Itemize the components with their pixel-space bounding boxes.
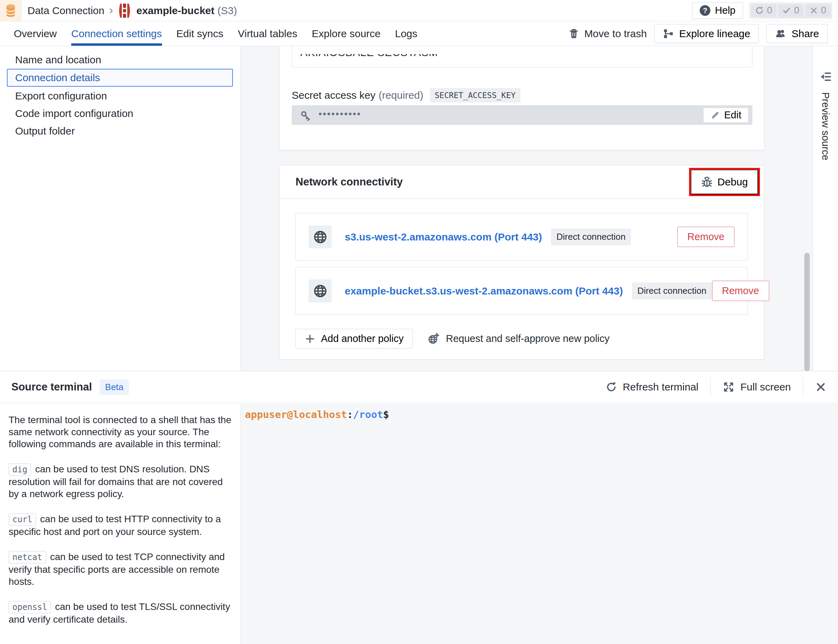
source-terminal-header: Source terminal Beta Refresh terminal Fu… — [0, 371, 838, 403]
running-jobs-chip[interactable]: 0 — [751, 4, 776, 17]
tab-bar-actions: Move to trash Explore lineage Sh — [569, 24, 828, 43]
succeeded-jobs-count: 0 — [794, 5, 799, 16]
network-connectivity-title: Network connectivity — [296, 176, 403, 188]
terminal-help-command-netcat: netcat can be used to test TCP connectiv… — [8, 551, 234, 588]
page-body: Name and location Connection details Exp… — [0, 46, 838, 371]
breadcrumb-app-link[interactable]: Data Connection — [28, 5, 104, 16]
terminal-help-intro: The terminal tool is connected to a shel… — [8, 414, 234, 450]
terminal-prompt: appuser@localhost:/root$ — [245, 409, 838, 421]
terminal-help-panel: The terminal tool is connected to a shel… — [0, 404, 241, 644]
beta-badge: Beta — [100, 380, 129, 395]
debug-button-highlight-annotation: Debug — [689, 168, 760, 196]
share-button[interactable]: Share — [766, 24, 828, 43]
curl-description: can be used to test HTTP connectivity to… — [8, 514, 221, 537]
running-jobs-count: 0 — [767, 5, 772, 16]
credentials-card: AKIAIOSBALE SECSTASM Secret access key (… — [279, 46, 764, 150]
openssl-code-chip: openssl — [8, 601, 51, 613]
globe-tile — [309, 279, 332, 302]
s3-source-icon — [118, 3, 131, 18]
close-icon — [815, 381, 826, 393]
explore-lineage-button[interactable]: Explore lineage — [654, 24, 759, 43]
vertical-scrollbar[interactable] — [804, 253, 810, 371]
settings-sidebar: Name and location Connection details Exp… — [0, 46, 241, 371]
dig-description: can be used to test DNS resolution. DNS … — [8, 464, 223, 499]
secret-access-key-field: •••••••••• Edit — [292, 105, 753, 125]
full-screen-label: Full screen — [740, 381, 791, 393]
source-terminal-title: Source terminal — [12, 381, 92, 393]
prompt-user: appuser@localhost — [245, 409, 347, 421]
tab-virtual-tables[interactable]: Virtual tables — [238, 21, 297, 46]
policy-host-link[interactable]: example-bucket.s3.us-west-2.amazonaws.co… — [345, 285, 623, 297]
prompt-colon: : — [347, 409, 353, 421]
sidebar-item-name-and-location[interactable]: Name and location — [0, 51, 240, 69]
globe-icon — [313, 230, 328, 245]
direct-connection-tag: Direct connection — [551, 228, 631, 245]
egress-policy-row: s3.us-west-2.amazonaws.com (Port 443) Di… — [296, 213, 748, 261]
full-screen-button[interactable]: Full screen — [723, 381, 791, 393]
failed-jobs-chip[interactable]: 0 — [805, 4, 831, 17]
help-button[interactable]: ? Help — [692, 2, 743, 19]
sidebar-item-export-configuration[interactable]: Export configuration — [0, 87, 240, 105]
remove-policy-button[interactable]: Remove — [677, 227, 734, 247]
question-mark-icon: ? — [700, 5, 710, 16]
app-logo-tile[interactable] — [0, 0, 21, 21]
tab-connection-settings[interactable]: Connection settings — [71, 21, 162, 46]
preview-source-tab[interactable]: Preview source — [820, 92, 831, 160]
breadcrumb-entity-name: example-bucket — [136, 5, 214, 16]
tab-edit-syncs[interactable]: Edit syncs — [176, 21, 223, 46]
refresh-terminal-label: Refresh terminal — [623, 381, 698, 393]
network-connectivity-card: Network connectivity Debug — [279, 165, 764, 360]
egress-policy-row: example-bucket.s3.us-west-2.amazonaws.co… — [296, 267, 748, 315]
chevron-right-icon: › — [109, 3, 113, 16]
remove-policy-button[interactable]: Remove — [712, 281, 769, 301]
preview-source-rail: Preview source — [813, 46, 838, 371]
close-terminal-button[interactable] — [815, 381, 826, 393]
prompt-path: /root — [353, 409, 383, 421]
move-to-trash-button[interactable]: Move to trash — [569, 28, 647, 39]
tab-overview[interactable]: Overview — [14, 21, 57, 46]
fullscreen-icon — [723, 381, 734, 393]
edit-secret-label: Edit — [724, 109, 741, 121]
access-key-id-input[interactable]: AKIAIOSBALE SECSTASM — [292, 46, 753, 67]
debug-label: Debug — [718, 176, 748, 188]
collapse-panel-icon[interactable] — [820, 71, 832, 82]
access-key-id-clipped-value: AKIAIOSBALE SECSTASM — [300, 54, 438, 59]
trash-icon — [569, 28, 579, 39]
globe-plus-icon — [427, 333, 440, 345]
plus-icon — [305, 334, 315, 344]
required-label: (required) — [378, 89, 423, 101]
policy-host-link[interactable]: s3.us-west-2.amazonaws.com (Port 443) — [345, 231, 542, 243]
netcat-code-chip: netcat — [8, 551, 46, 564]
tab-bar: Overview Connection settings Edit syncs … — [0, 21, 838, 46]
top-bar-actions: ? Help 0 0 — [692, 2, 833, 19]
terminal-actions: Refresh terminal Full screen — [606, 377, 826, 397]
network-connectivity-header: Network connectivity Debug — [279, 166, 764, 199]
job-status-chip-group: 0 0 0 — [749, 2, 833, 19]
data-connection-app: Data Connection › example-bucket (S3) ? … — [0, 0, 838, 644]
sidebar-item-code-import-configuration[interactable]: Code import configuration — [0, 105, 240, 122]
prompt-dollar: $ — [383, 409, 389, 421]
add-another-policy-button[interactable]: Add another policy — [296, 329, 413, 348]
refresh-terminal-button[interactable]: Refresh terminal — [606, 381, 698, 393]
policy-actions-row: Add another policy Request and self-appr… — [296, 329, 610, 348]
tab-explore-source[interactable]: Explore source — [312, 21, 380, 46]
key-icon — [301, 109, 312, 121]
succeeded-jobs-chip[interactable]: 0 — [778, 4, 803, 17]
divider — [803, 377, 803, 397]
request-self-approve-policy-button[interactable]: Request and self-approve new policy — [427, 333, 610, 345]
sidebar-item-connection-details[interactable]: Connection details — [7, 69, 233, 87]
terminal-help-command-openssl: openssl can be used to test TLS/SSL conn… — [8, 601, 234, 626]
failed-jobs-count: 0 — [821, 5, 826, 16]
help-button-label: Help — [715, 5, 736, 16]
tab-logs[interactable]: Logs — [395, 21, 417, 46]
secret-access-key-label-row: Secret access key (required) SECRET_ACCE… — [292, 88, 521, 102]
terminal-shell[interactable]: appuser@localhost:/root$ — [241, 404, 838, 644]
sidebar-item-output-folder[interactable]: Output folder — [0, 122, 240, 140]
debug-button[interactable]: Debug — [691, 169, 758, 194]
check-icon — [782, 6, 791, 15]
egress-policy-list: s3.us-west-2.amazonaws.com (Port 443) Di… — [296, 213, 748, 321]
dig-code-chip: dig — [8, 463, 31, 476]
cross-icon — [810, 7, 818, 15]
edit-secret-button[interactable]: Edit — [703, 108, 749, 123]
request-self-approve-policy-label: Request and self-approve new policy — [446, 333, 610, 344]
